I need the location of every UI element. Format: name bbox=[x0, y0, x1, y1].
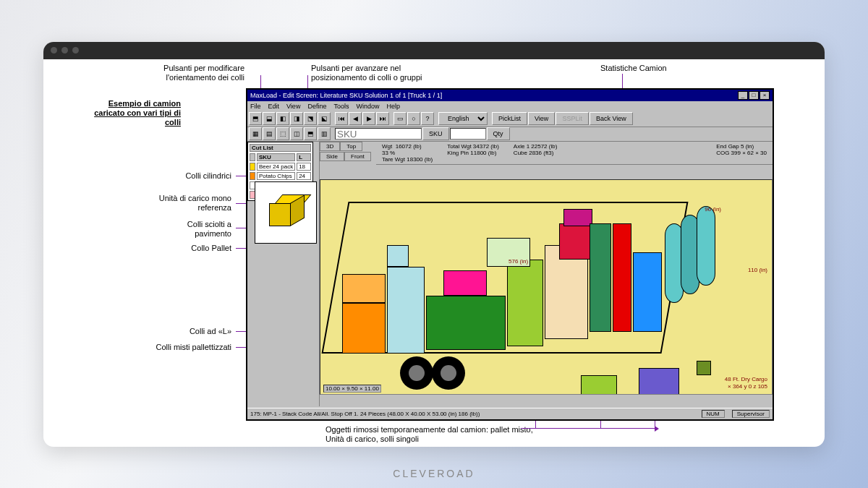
dim-width: 96 (in) bbox=[705, 206, 721, 213]
tab-3d[interactable]: 3D bbox=[320, 142, 340, 151]
stats-bar: Wgt 16072 (lb)33 %Tare Wgt 18300 (lb) To… bbox=[376, 142, 773, 165]
annot-l4: Collo Pallet bbox=[191, 244, 231, 253]
cargo-label: 48 Ft. Dry Cargo bbox=[725, 376, 767, 382]
lang-select[interactable]: English bbox=[438, 112, 488, 125]
annot-l1: Colli cilindrici bbox=[185, 171, 231, 181]
cutlist-header: Cut List bbox=[250, 144, 311, 152]
window-titlebar[interactable]: MaxLoad - Edit Screen: Literature SKU So… bbox=[247, 90, 773, 101]
table-row[interactable]: Potato Chips24 bbox=[250, 172, 311, 180]
tab-top[interactable]: Top bbox=[340, 142, 362, 151]
menu-view[interactable]: View bbox=[286, 103, 300, 110]
sku-input[interactable] bbox=[335, 128, 422, 140]
orient-btn-5[interactable]: ⬔ bbox=[304, 112, 317, 125]
col-sku[interactable]: SKU bbox=[257, 153, 295, 161]
tool2-6[interactable]: ▥ bbox=[318, 127, 331, 140]
arrow-connector bbox=[521, 428, 655, 429]
truck-bed bbox=[335, 202, 726, 361]
content-area: Pulsanti per modificare l'orientamento d… bbox=[43, 59, 825, 447]
traffic-dot bbox=[51, 47, 57, 53]
tool-rect[interactable]: ▭ bbox=[393, 112, 407, 125]
annot-top2: Pulsanti per avanzare nel posizionamento… bbox=[311, 64, 448, 82]
workspace: Cut List SKU L Beer 24 pack18 Potato Chi… bbox=[247, 142, 773, 406]
menu-file[interactable]: File bbox=[250, 103, 261, 110]
col-color[interactable] bbox=[250, 153, 255, 161]
menu-bar: File Edit View Define Tools Window Help bbox=[247, 101, 773, 111]
orient-btn-2[interactable]: ⬓ bbox=[263, 112, 276, 125]
tool-help[interactable]: ? bbox=[421, 112, 434, 125]
tool2-2[interactable]: ▤ bbox=[263, 127, 276, 140]
annot-l2: Unità di carico mono referenza bbox=[145, 194, 231, 213]
annot-title: Esempio di camion caricato con vari tipi… bbox=[80, 99, 181, 128]
qty-input[interactable] bbox=[450, 128, 486, 140]
view-button[interactable]: View bbox=[528, 112, 555, 125]
annot-top1: Pulsanti per modificare l'orientamento d… bbox=[122, 64, 244, 82]
maximize-button[interactable]: □ bbox=[749, 91, 759, 100]
removed-single[interactable] bbox=[697, 361, 711, 375]
nav-last[interactable]: ⏭ bbox=[376, 112, 389, 125]
window-title: MaxLoad - Edit Screen: Literature SKU So… bbox=[250, 92, 442, 99]
picklist-button[interactable]: PickList bbox=[492, 112, 527, 125]
col-qty[interactable]: L bbox=[297, 153, 310, 161]
backview-button[interactable]: Back View bbox=[590, 112, 633, 125]
menu-define[interactable]: Define bbox=[307, 103, 326, 110]
tool2-1[interactable]: ▦ bbox=[249, 127, 262, 140]
tool2-5[interactable]: ⬒ bbox=[304, 127, 317, 140]
annot-bottom: Oggetti rimossi temporaneamente dal cami… bbox=[326, 425, 542, 444]
annot-l6: Colli misti pallettizzati bbox=[156, 343, 231, 352]
annot-l3: Colli sciolti a pavimento bbox=[159, 220, 231, 239]
status-left: 175: MP-1 - Stack Code All/All. Stop Off… bbox=[250, 411, 480, 417]
qty-label: Qty bbox=[487, 127, 510, 140]
cargo-label2: × 364 y 0 z 105 bbox=[728, 383, 767, 390]
toolbar-main: ⬒ ⬓ ◧ ◨ ⬔ ⬕ ⏮ ◀ ▶ ⏭ ▭ ○ ? English PickLi… bbox=[247, 111, 773, 127]
dim-height: 110 (in) bbox=[748, 267, 767, 273]
ssplit-button[interactable]: SSPLit bbox=[556, 112, 589, 125]
annot-l5: Colli ad «L» bbox=[190, 327, 231, 336]
toolbar-secondary: ▦ ▤ ⬚ ◫ ⬒ ▥ SKU Qty bbox=[247, 127, 773, 142]
traffic-dot bbox=[72, 47, 79, 53]
maxload-window: MaxLoad - Edit Screen: Literature SKU So… bbox=[246, 88, 774, 421]
menu-edit[interactable]: Edit bbox=[268, 103, 280, 110]
truck-canvas[interactable]: 576 (in) 110 (in) 96 (in) 299 (in) 62 (i… bbox=[320, 179, 773, 395]
tool-circle[interactable]: ○ bbox=[407, 112, 420, 125]
dim-box: 10.00 × 9.50 × 11.00 bbox=[323, 385, 381, 393]
nav-prev[interactable]: ◀ bbox=[349, 112, 362, 125]
tab-side[interactable]: Side bbox=[320, 152, 344, 161]
nav-next[interactable]: ▶ bbox=[362, 112, 375, 125]
brand-watermark: CLEVEROAD bbox=[0, 468, 868, 479]
orient-btn-1[interactable]: ⬒ bbox=[249, 112, 262, 125]
minimize-button[interactable]: _ bbox=[738, 91, 748, 100]
orient-btn-3[interactable]: ◧ bbox=[276, 112, 289, 125]
macos-titlebar bbox=[43, 42, 825, 59]
card-frame: Pulsanti per modificare l'orientamento d… bbox=[43, 42, 825, 447]
tool2-3[interactable]: ⬚ bbox=[276, 127, 289, 140]
orient-btn-6[interactable]: ⬕ bbox=[318, 112, 331, 125]
status-supervisor: Supervisor bbox=[732, 410, 770, 418]
nav-first[interactable]: ⏮ bbox=[335, 112, 348, 125]
menu-tools[interactable]: Tools bbox=[333, 103, 349, 110]
status-num: NUM bbox=[702, 410, 725, 418]
removed-pallet-1[interactable] bbox=[581, 375, 617, 395]
sku-label: SKU bbox=[422, 127, 449, 140]
menu-help[interactable]: Help bbox=[386, 103, 400, 110]
removed-pallet-2[interactable] bbox=[639, 368, 679, 395]
dim-length: 576 (in) bbox=[509, 258, 528, 265]
menu-window[interactable]: Window bbox=[356, 103, 379, 110]
visualization-area: 3D Top Side Front Wgt 16072 (lb)33 %Tare… bbox=[320, 142, 773, 406]
table-row[interactable]: Beer 24 pack18 bbox=[250, 163, 311, 171]
orient-btn-4[interactable]: ◨ bbox=[290, 112, 303, 125]
cube-icon bbox=[268, 194, 304, 231]
tab-front[interactable]: Front bbox=[344, 152, 371, 161]
status-bar: 175: MP-1 - Stack Code All/All. Stop Off… bbox=[247, 408, 773, 419]
sku-preview bbox=[255, 181, 317, 244]
tool2-4[interactable]: ◫ bbox=[290, 127, 303, 140]
close-button[interactable]: × bbox=[760, 91, 770, 100]
annot-top3: Statistiche Camion bbox=[600, 64, 709, 73]
traffic-dot bbox=[61, 47, 68, 53]
